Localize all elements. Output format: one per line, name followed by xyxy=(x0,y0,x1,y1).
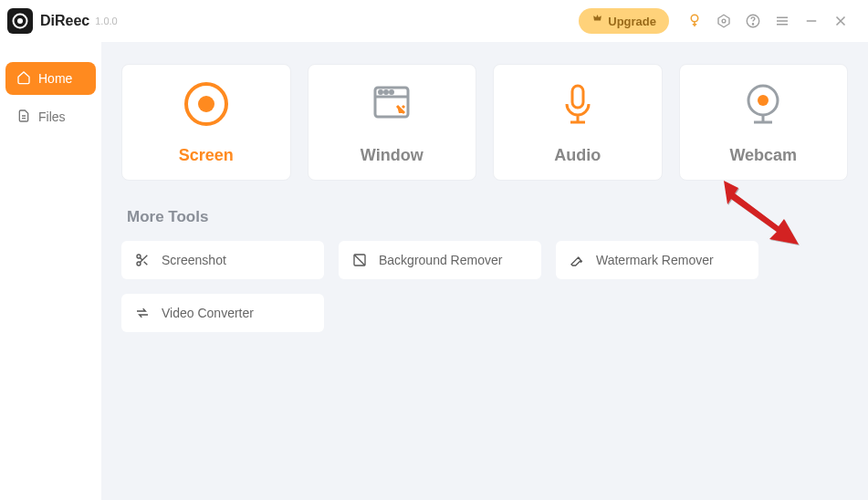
convert-icon xyxy=(134,305,151,321)
key-icon[interactable] xyxy=(685,11,705,31)
record-icon xyxy=(183,80,230,128)
eraser-icon xyxy=(569,252,585,268)
sidebar-item-files[interactable]: Files xyxy=(5,100,96,133)
tool-background-remover[interactable]: Background Remover xyxy=(339,241,541,279)
svg-point-16 xyxy=(758,95,769,106)
tool-label: Watermark Remover xyxy=(596,253,714,267)
webcam-icon xyxy=(739,80,787,128)
titlebar: DiReec 1.0.0 Upgrade xyxy=(0,0,868,42)
card-label: Window xyxy=(361,146,424,165)
file-icon xyxy=(16,109,31,126)
card-label: Audio xyxy=(554,146,601,165)
sidebar-item-label: Files xyxy=(38,109,66,124)
tool-watermark-remover[interactable]: Watermark Remover xyxy=(556,241,758,279)
sidebar: Home Files xyxy=(0,42,101,500)
app-version: 1.0.0 xyxy=(95,16,117,26)
close-icon[interactable] xyxy=(831,11,851,31)
upgrade-button[interactable]: Upgrade xyxy=(579,8,669,34)
menu-icon[interactable] xyxy=(772,11,792,31)
microphone-icon xyxy=(554,80,601,128)
card-window[interactable]: Window xyxy=(308,64,477,181)
settings-icon[interactable] xyxy=(714,11,734,31)
more-tools-title: More Tools xyxy=(127,208,848,226)
tool-label: Video Converter xyxy=(162,306,254,320)
main-panel: Screen Window Audio Webcam xyxy=(101,42,868,500)
tool-label: Background Remover xyxy=(379,253,502,267)
app-name: DiReec xyxy=(40,13,89,29)
background-remover-icon xyxy=(351,252,368,268)
card-webcam[interactable]: Webcam xyxy=(679,64,849,181)
recording-modes: Screen Window Audio Webcam xyxy=(121,64,848,181)
help-icon[interactable] xyxy=(743,11,763,31)
svg-point-2 xyxy=(691,15,698,22)
crown-icon xyxy=(591,14,603,28)
upgrade-label: Upgrade xyxy=(608,15,656,28)
svg-point-1 xyxy=(17,18,23,24)
home-icon xyxy=(16,70,31,88)
tool-screenshot[interactable]: Screenshot xyxy=(121,241,324,279)
scissors-icon xyxy=(134,252,151,268)
more-tools-grid: Screenshot Background Remover Watermark … xyxy=(121,241,848,332)
minimize-icon[interactable] xyxy=(801,11,821,31)
card-audio[interactable]: Audio xyxy=(493,64,663,181)
svg-point-11 xyxy=(385,90,388,93)
svg-point-10 xyxy=(380,90,382,93)
svg-point-6 xyxy=(752,24,753,25)
svg-marker-3 xyxy=(718,15,729,27)
sidebar-item-home[interactable]: Home xyxy=(5,62,96,95)
app-logo xyxy=(7,8,33,34)
svg-point-12 xyxy=(391,90,393,93)
sidebar-item-label: Home xyxy=(38,71,72,86)
card-label: Screen xyxy=(179,146,234,165)
svg-rect-14 xyxy=(572,86,583,108)
tool-video-converter[interactable]: Video Converter xyxy=(121,294,324,332)
svg-point-17 xyxy=(137,255,141,258)
svg-point-4 xyxy=(722,19,726,23)
card-label: Webcam xyxy=(729,146,797,165)
svg-point-8 xyxy=(198,96,214,112)
svg-point-18 xyxy=(137,262,141,266)
window-icon xyxy=(368,80,415,128)
card-screen[interactable]: Screen xyxy=(121,64,291,181)
tool-label: Screenshot xyxy=(162,253,226,267)
